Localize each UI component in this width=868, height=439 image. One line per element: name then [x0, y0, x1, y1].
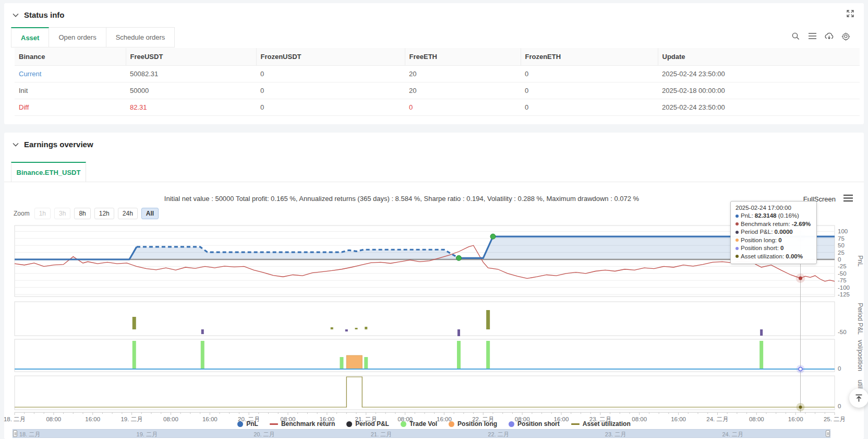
- svg-text:-75: -75: [838, 277, 847, 283]
- legend-label: Benchmark return: [281, 420, 335, 428]
- legend-label: Asset utilization: [583, 420, 631, 428]
- utilization-series: [15, 377, 835, 407]
- collapse-chevron-icon[interactable]: [13, 13, 19, 17]
- trade-marker: [456, 255, 462, 260]
- legend-label: PnL: [246, 420, 258, 428]
- period-pnl-bar: [331, 327, 333, 329]
- zoom-button-12h[interactable]: 12h: [94, 208, 114, 219]
- legend-item-pnl[interactable]: PnL: [237, 420, 258, 428]
- navigator-handle-left[interactable]: [13, 430, 17, 437]
- tab-open-orders[interactable]: Open orders: [49, 27, 106, 48]
- zoom-button-3h: 3h: [54, 208, 70, 219]
- trade-vol-bar: [486, 341, 490, 369]
- asset-table-header: BinanceFreeUSDTFrozenUSDTFreeETHFrozenET…: [15, 48, 860, 66]
- tab-asset[interactable]: Asset: [11, 27, 49, 48]
- legend-item-position-short[interactable]: Position short: [509, 420, 560, 428]
- period-pnl-bar: [457, 329, 460, 336]
- svg-text:0: 0: [838, 365, 841, 372]
- navigator-label: 20. 二月: [254, 431, 274, 438]
- tab-binance-eth-usdt[interactable]: Binance.ETH_USDT: [11, 162, 86, 182]
- settings-gear-icon[interactable]: [840, 30, 851, 42]
- table-cell: 2025-02-18 00:00:00: [658, 82, 860, 99]
- table-cell: 2025-02-24 23:50:00: [658, 66, 860, 82]
- tooltip-item: Asset utilization: 0.00%: [736, 253, 812, 261]
- y-axis-title: Period P&L: [857, 303, 864, 335]
- legend-item-benchmark-return[interactable]: Benchmark return: [270, 420, 335, 428]
- table-cell: 0: [256, 82, 405, 99]
- period-pnl-bar: [201, 329, 204, 334]
- legend-dot-icon: [449, 421, 454, 427]
- legend-label: Period P&L: [355, 420, 389, 428]
- column-header-binance: Binance: [15, 48, 126, 66]
- data-zoom-navigator[interactable]: 18. 二月19. 二月20. 二月21. 二月22. 二月23. 二月24. …: [13, 429, 830, 438]
- column-header-update: Update: [658, 48, 860, 66]
- table-cell: Diff: [15, 99, 126, 116]
- table-cell: 20: [405, 66, 521, 82]
- tab-schedule-orders[interactable]: Schedule orders: [106, 27, 175, 48]
- menu-icon[interactable]: [806, 30, 818, 42]
- legend-item-position-long[interactable]: Position long: [449, 420, 497, 428]
- table-cell: 0: [256, 66, 405, 82]
- table-row: Current50082.3102002025-02-24 23:50:00: [15, 66, 860, 82]
- legend-label: Position short: [517, 420, 560, 428]
- expand-icon[interactable]: [846, 9, 854, 20]
- zoom-button-8h[interactable]: 8h: [74, 208, 90, 219]
- table-cell: 0: [521, 66, 658, 82]
- tooltip-item: Benchmark return: -2.69%: [736, 220, 812, 229]
- table-row: Diff82.310002025-02-24 23:50:00: [15, 99, 860, 116]
- svg-text:25: 25: [838, 250, 845, 256]
- legend-item-trade-vol[interactable]: Trade Vol: [401, 420, 437, 428]
- navigator-label: 23. 二月: [605, 431, 626, 438]
- tooltip-item: PnL: 82.3148 (0.16%): [736, 212, 812, 220]
- tab-label: Binance.ETH_USDT: [17, 169, 81, 176]
- svg-text:-25: -25: [838, 263, 847, 269]
- table-row: Init5000002002025-02-18 00:00:00: [15, 82, 860, 99]
- status-card-title: Status info: [24, 10, 65, 19]
- legend-label: Position long: [457, 420, 497, 428]
- legend-dot-icon: [237, 421, 243, 427]
- trade-vol-bar: [340, 357, 343, 369]
- chart-context-menu-icon[interactable]: [843, 194, 853, 204]
- pnl-series: [15, 247, 137, 259]
- svg-text:0: 0: [838, 256, 841, 263]
- table-cell: 0: [521, 82, 658, 99]
- navigator-label: 18. 二月: [19, 431, 40, 438]
- position-long-area: [346, 355, 362, 369]
- cloud-download-icon[interactable]: [823, 30, 835, 42]
- svg-text:75: 75: [838, 235, 845, 242]
- svg-text:100: 100: [838, 228, 848, 234]
- benchmark-hover-point: [799, 276, 802, 280]
- tooltip-timestamp: 2025-02-24 17:00:00: [736, 205, 812, 211]
- table-cell[interactable]: Current: [15, 66, 126, 82]
- trade-vol-bar: [364, 357, 368, 369]
- collapse-chevron-icon[interactable]: [13, 143, 19, 147]
- legend-item-asset-utilization[interactable]: Asset utilization: [571, 420, 631, 428]
- period-pnl-bar: [345, 329, 348, 331]
- svg-text:50: 50: [838, 242, 845, 248]
- trade-vol-bar: [760, 341, 763, 369]
- svg-text:-50: -50: [838, 329, 847, 335]
- back-to-top-button[interactable]: [849, 388, 868, 408]
- status-info-card: Status info AssetOpen ordersSchedule ord…: [4, 3, 864, 124]
- status-tabs: AssetOpen ordersSchedule orders: [11, 27, 175, 48]
- zoom-button-24h[interactable]: 24h: [118, 208, 138, 219]
- asset-table: BinanceFreeUSDTFrozenUSDTFreeETHFrozenET…: [15, 48, 860, 116]
- table-cell: Init: [15, 82, 126, 99]
- trade-vol-bar: [201, 341, 204, 369]
- trade-vol-bar: [457, 341, 461, 369]
- chart-legend: PnLBenchmark returnPeriod P&LTrade VolPo…: [0, 420, 868, 428]
- zoom-button-all[interactable]: All: [141, 208, 159, 219]
- legend-dot-icon: [346, 421, 352, 427]
- svg-text:-125: -125: [838, 291, 850, 298]
- chart-tooltip: 2025-02-24 17:00:00 PnL: 82.3148 (0.16%)…: [730, 201, 817, 264]
- navigator-handle-right[interactable]: [826, 430, 830, 437]
- earnings-card-title: Earnings overview: [24, 140, 93, 149]
- table-cell: 50000: [126, 82, 256, 99]
- table-cell: 82.31: [126, 99, 256, 116]
- trade-vol-bar: [132, 341, 136, 369]
- legend-dot-icon: [401, 421, 406, 427]
- legend-item-period-p&l[interactable]: Period P&L: [346, 420, 389, 428]
- zoom-button-1h: 1h: [34, 208, 51, 219]
- table-cell: 20: [405, 82, 521, 99]
- search-icon[interactable]: [790, 30, 801, 42]
